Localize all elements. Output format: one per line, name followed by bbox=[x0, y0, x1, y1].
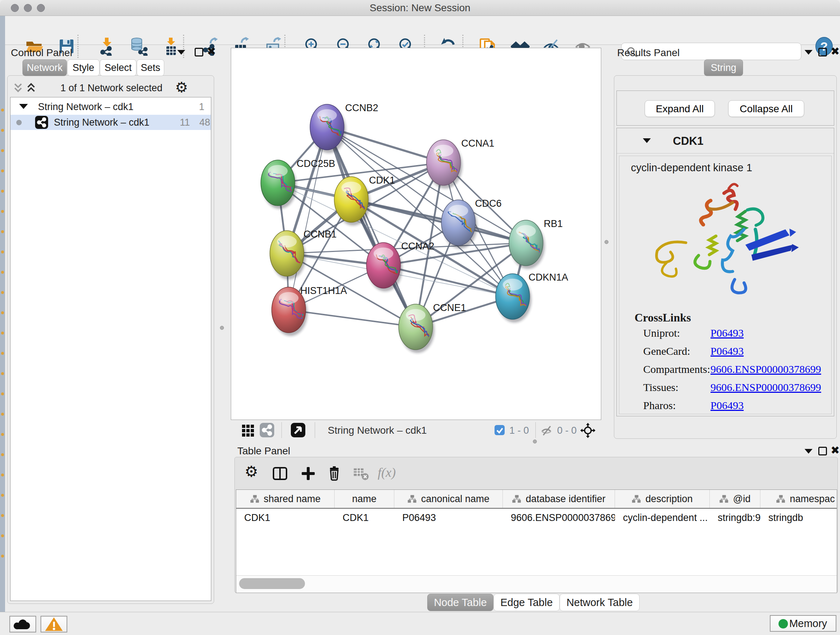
crosslink-row: Uniprot:P06493 bbox=[643, 327, 824, 345]
scrollbar-thumb[interactable] bbox=[239, 578, 305, 589]
table-cell[interactable]: CDK1 bbox=[236, 509, 335, 526]
import-network-database-icon[interactable] bbox=[129, 37, 148, 56]
warning-icon bbox=[41, 616, 66, 632]
add-column-icon[interactable] bbox=[300, 466, 316, 481]
table-cell[interactable]: stringdb:9... bbox=[710, 509, 760, 526]
tab-select[interactable]: Select bbox=[100, 59, 136, 76]
network-edge-HIST1H1A-CCNE1[interactable] bbox=[289, 310, 416, 327]
birds-eye-view-icon[interactable] bbox=[291, 423, 305, 437]
crosslink-link[interactable]: 9606.ENSP00000378699 bbox=[711, 381, 821, 394]
delete-table-icon[interactable] bbox=[353, 466, 369, 481]
entry-content: cyclin-dependent kinase 1 C bbox=[619, 156, 832, 414]
table-horizontal-scrollbar[interactable] bbox=[236, 575, 837, 591]
entry-header[interactable]: CDK1 bbox=[617, 128, 834, 154]
expand-all-button[interactable]: Expand All bbox=[645, 100, 715, 117]
table-row[interactable]: CDK1CDK1P064939606.ENSP00000378699cyclin… bbox=[236, 509, 837, 526]
network-options-gear-icon[interactable]: ⚙ bbox=[175, 79, 188, 96]
import-network-file-icon[interactable] bbox=[98, 37, 117, 56]
tab-edge-table[interactable]: Edge Table bbox=[493, 594, 560, 611]
function-builder-icon[interactable]: f(x) bbox=[378, 465, 393, 481]
column-header-label: shared name bbox=[264, 494, 321, 505]
column-header[interactable]: @id bbox=[710, 490, 760, 508]
results-panel-float-icon[interactable] bbox=[818, 48, 827, 57]
background-window-dot bbox=[1, 210, 4, 213]
column-header[interactable]: namespac bbox=[760, 490, 837, 508]
control-panel-title: Control Panel bbox=[11, 47, 73, 59]
grid-view-icon[interactable] bbox=[242, 424, 255, 437]
collection-count: 1 bbox=[199, 101, 204, 112]
column-header[interactable]: name bbox=[335, 490, 394, 508]
cloud-button[interactable] bbox=[9, 616, 36, 632]
network-canvas[interactable]: CCNB2CCNA1CDC25BCDK1CDC6RB1CCNB1CCNA2CDK… bbox=[231, 48, 601, 420]
node-gloss bbox=[277, 236, 297, 248]
table-cell[interactable]: CDK1 bbox=[335, 509, 394, 526]
selected-checkbox-icon[interactable] bbox=[494, 424, 505, 435]
column-header-label: canonical name bbox=[421, 494, 489, 505]
warning-button[interactable] bbox=[41, 616, 67, 632]
table-cell[interactable]: 9606.ENSP00000378699 bbox=[503, 509, 615, 526]
network-edge-CCNB2-CCNE1[interactable] bbox=[327, 127, 416, 327]
right-splitter-handle[interactable] bbox=[605, 240, 608, 244]
crosslink-link[interactable]: P06493 bbox=[711, 345, 744, 357]
string-node-entry: CDK1 cyclin-dependent kinase 1 bbox=[616, 128, 834, 416]
center-network-icon[interactable] bbox=[580, 423, 595, 438]
column-type-icon bbox=[512, 494, 521, 503]
tab-network[interactable]: Network bbox=[22, 59, 67, 76]
node-label-CCNE1: CCNE1 bbox=[433, 302, 466, 313]
table-cell[interactable]: P06493 bbox=[394, 509, 503, 526]
network-row[interactable]: String Network – cdk1 11 48 bbox=[11, 115, 211, 130]
zoom-window-button[interactable] bbox=[37, 4, 45, 12]
column-header[interactable]: shared name bbox=[236, 490, 335, 508]
tab-network-table[interactable]: Network Table bbox=[560, 594, 639, 611]
table-panel-close-icon[interactable]: ✖ bbox=[831, 446, 840, 455]
entry-collapse-icon[interactable] bbox=[643, 138, 651, 143]
gene-name: CDK1 bbox=[673, 135, 703, 148]
memory-status-dot bbox=[778, 619, 788, 629]
crosslink-link[interactable]: 9606.ENSP00000378699 bbox=[711, 363, 821, 375]
left-splitter-handle[interactable] bbox=[220, 326, 224, 330]
tab-node-table[interactable]: Node Table bbox=[427, 594, 493, 611]
table-cell[interactable]: cyclin-dependent ... bbox=[615, 509, 710, 526]
memory-button[interactable]: Memory bbox=[770, 615, 836, 632]
hidden-eye-slash-icon[interactable] bbox=[540, 424, 553, 437]
results-panel-collapse-icon[interactable] bbox=[805, 50, 813, 55]
background-window-dot bbox=[1, 129, 4, 132]
network-collection-row[interactable]: String Network – cdk1 1 bbox=[11, 100, 211, 115]
tab-sets[interactable]: Sets bbox=[137, 59, 164, 76]
protein-structure-image bbox=[637, 179, 814, 310]
control-panel-float-icon[interactable] bbox=[195, 48, 203, 57]
table-panel-collapse-icon[interactable] bbox=[805, 449, 813, 454]
table-cell[interactable]: stringdb bbox=[760, 509, 837, 526]
background-window-dot bbox=[1, 494, 4, 497]
column-header[interactable]: canonical name bbox=[394, 490, 503, 508]
node-gloss bbox=[406, 309, 426, 321]
network-canvas-svg[interactable]: CCNB2CCNA1CDC25BCDK1CDC6RB1CCNB1CCNA2CDK… bbox=[231, 48, 601, 420]
bottom-splitter-handle[interactable] bbox=[533, 440, 537, 443]
collection-name: String Network – cdk1 bbox=[38, 101, 134, 112]
toolbar-divider bbox=[535, 422, 536, 438]
minimize-window-button[interactable] bbox=[24, 4, 32, 12]
close-window-button[interactable] bbox=[11, 4, 19, 12]
collection-expand-icon[interactable] bbox=[19, 104, 28, 109]
current-network-name: String Network – cdk1 bbox=[328, 424, 427, 436]
results-panel-close-icon[interactable]: ✖ bbox=[831, 47, 840, 56]
background-window-dot bbox=[1, 169, 4, 172]
control-panel-close-icon[interactable]: ✖ bbox=[207, 47, 216, 56]
crosslink-link[interactable]: P06493 bbox=[711, 327, 744, 339]
control-panel-collapse-icon[interactable] bbox=[177, 50, 185, 55]
table-panel-float-icon[interactable] bbox=[818, 447, 827, 455]
background-window-dot bbox=[1, 291, 4, 294]
tab-style[interactable]: Style bbox=[67, 59, 99, 76]
show-columns-icon[interactable] bbox=[272, 466, 288, 481]
delete-column-icon[interactable] bbox=[326, 466, 342, 481]
network-share-view-icon[interactable] bbox=[260, 423, 274, 437]
crosslink-link[interactable]: P06493 bbox=[711, 399, 744, 412]
node-label-CDK1: CDK1 bbox=[369, 175, 395, 186]
column-header[interactable]: database identifier bbox=[503, 490, 615, 508]
column-header[interactable]: description bbox=[615, 490, 710, 508]
collapse-all-button[interactable]: Collapse All bbox=[728, 100, 804, 117]
network-edge-CCNB2-HIST1H1A[interactable] bbox=[289, 127, 327, 310]
background-window-dot bbox=[1, 393, 4, 395]
table-options-gear-icon[interactable]: ⚙ bbox=[245, 463, 261, 478]
tab-string[interactable]: String bbox=[704, 59, 743, 76]
